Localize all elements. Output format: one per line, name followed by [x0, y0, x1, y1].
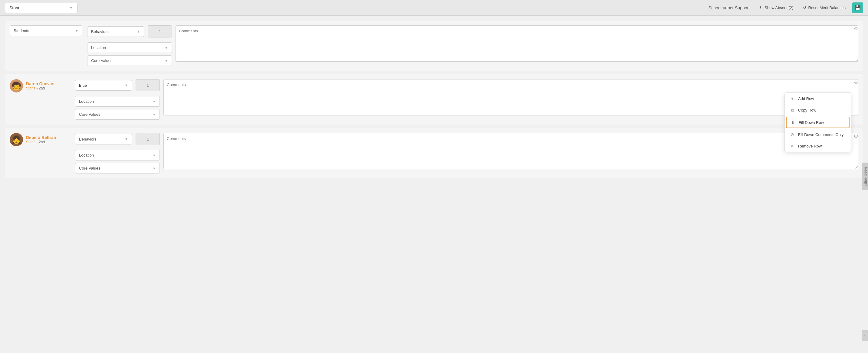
reset-icon: ↺	[803, 5, 806, 10]
stone-label: Stone	[9, 5, 21, 10]
core-values-placeholder-1: Core Values	[91, 58, 113, 63]
collapse-sidebar-button[interactable]: ‹	[862, 330, 868, 341]
student-class-label-2: Stone	[26, 86, 35, 91]
section1-form-area: Behaviors ▼ 1 Location ▼ Core Values ▼	[87, 25, 858, 66]
fill-down-comments-icon: ⊙	[789, 132, 795, 137]
student-details-2: Daren Cuevas Stone - 2nd	[26, 81, 54, 91]
student-details-3: Debera Beltran Stone - 2nd	[26, 135, 56, 144]
support-label: Schoolrunner Support	[709, 5, 750, 10]
fill-down-row-icon: ⬇	[790, 120, 796, 125]
fill-down-comments-label: Fill Down Comments Only	[798, 132, 843, 137]
student-name-2[interactable]: Daren Cuevas	[26, 81, 54, 86]
section1-header: Students ▼ Behaviors ▼ 1	[10, 25, 858, 66]
core-values-placeholder-3: Core Values	[79, 166, 100, 171]
context-menu-remove-row[interactable]: ✕ Remove Row	[785, 140, 851, 152]
students-placeholder: Students	[13, 28, 29, 33]
location-dropdown-2[interactable]: Location ▼	[75, 96, 160, 107]
need-help-tab[interactable]: Need Help?	[861, 163, 868, 190]
student-class-3: Stone - 2nd	[26, 140, 56, 144]
section2-top-row: Blue ▼ 1	[75, 79, 160, 91]
students-dropdown-1[interactable]: Students ▼	[10, 25, 82, 36]
location-placeholder-1: Location	[91, 45, 106, 50]
section2-dropdowns: Blue ▼ 1 Location ▼ Core Values ▼	[75, 79, 160, 120]
context-menu-copy-row[interactable]: ⧉ Copy Row	[785, 104, 851, 116]
eye-icon: 👁	[759, 5, 763, 10]
section3-dropdowns: Behaviors ▼ 1 Location ▼ Core Values ▼	[75, 133, 160, 174]
number-value-1: 1	[159, 29, 161, 34]
main-content: ⚙ Students ▼ Behaviors ▼ 1	[0, 16, 868, 187]
student-grade-separator-3: -	[37, 140, 39, 144]
avatar-daren: 🧒	[10, 79, 23, 93]
number-field-2[interactable]: 1	[135, 79, 160, 91]
students-chevron-icon: ▼	[75, 29, 79, 33]
stone-dropdown[interactable]: Stone ▼	[5, 3, 78, 13]
gear-button-1[interactable]: ⚙	[852, 24, 860, 33]
location-placeholder-2: Location	[79, 99, 94, 104]
student-section-2: ⚙ 🧒 Daren Cuevas Stone - 2nd B	[5, 74, 863, 125]
context-menu-fill-down-comments[interactable]: ⊙ Fill Down Comments Only	[785, 129, 851, 140]
section3-top-row: Behaviors ▼ 1	[75, 133, 160, 145]
core-values-chevron-icon-2: ▼	[153, 113, 156, 116]
avatar-debera: 👧	[10, 133, 23, 146]
student-class-label-3: Stone	[26, 140, 35, 144]
student-info-3: 👧 Debera Beltran Stone - 2nd	[10, 133, 70, 146]
student-grade-separator-2: -	[37, 86, 39, 91]
comments-textarea-2[interactable]	[163, 79, 858, 115]
core-values-chevron-icon-3: ▼	[153, 167, 156, 170]
comments-textarea-3[interactable]	[163, 133, 858, 169]
add-row-icon: +	[789, 96, 795, 101]
no-student-area: Students ▼	[10, 25, 82, 36]
behaviors-placeholder-3: Behaviors	[79, 137, 97, 141]
reset-merit-button[interactable]: ↺ Reset Merit Balances	[800, 4, 849, 12]
gear-button-3[interactable]: ⚙	[852, 132, 860, 141]
collapse-icon: ‹	[864, 333, 866, 338]
top-bar-right: Schoolrunner Support 👁 Show Absent (2) ↺…	[709, 2, 863, 13]
location-placeholder-3: Location	[79, 153, 94, 157]
show-absent-button[interactable]: 👁 Show Absent (2)	[756, 4, 796, 12]
section2-header: 🧒 Daren Cuevas Stone - 2nd Blue ▼	[10, 79, 858, 120]
context-menu-add-row[interactable]: + Add Row	[785, 93, 851, 104]
need-help-label: Need Help?	[864, 167, 868, 186]
number-value-3: 1	[147, 137, 149, 141]
top-bar: Stone ▼ Schoolrunner Support 👁 Show Abse…	[0, 0, 868, 16]
save-icon: 💾	[855, 5, 861, 10]
stone-chevron-icon: ▼	[69, 6, 73, 10]
save-button[interactable]: 💾	[852, 2, 863, 13]
location-chevron-icon-1: ▼	[165, 46, 168, 49]
core-values-placeholder-2: Core Values	[79, 112, 100, 117]
gear-button-2[interactable]: ⚙	[852, 78, 860, 87]
location-chevron-icon-2: ▼	[153, 100, 156, 103]
location-chevron-icon-3: ▼	[153, 153, 156, 157]
behavior-dropdown-2[interactable]: Blue ▼	[75, 80, 132, 91]
context-menu-fill-down-row[interactable]: ⬇ Fill Down Row	[786, 117, 849, 128]
location-dropdown-1[interactable]: Location ▼	[87, 42, 172, 53]
core-values-dropdown-1[interactable]: Core Values ▼	[87, 55, 172, 66]
behaviors-placeholder-1: Behaviors	[91, 29, 108, 34]
remove-row-label: Remove Row	[798, 144, 822, 148]
location-dropdown-3[interactable]: Location ▼	[75, 150, 160, 161]
section3-header: 👧 Debera Beltran Stone - 2nd Behaviors	[10, 133, 858, 174]
behaviors-chevron-icon-1: ▼	[137, 30, 140, 33]
section1-top-row: Behaviors ▼ 1	[87, 25, 172, 37]
student-grade-3: 2nd	[39, 140, 45, 144]
behaviors-dropdown-1[interactable]: Behaviors ▼	[87, 26, 144, 37]
show-absent-label: Show Absent (2)	[765, 5, 793, 10]
number-field-1[interactable]: 1	[148, 25, 172, 37]
behavior-chevron-icon-2: ▼	[125, 83, 128, 87]
copy-row-label: Copy Row	[798, 108, 816, 112]
context-menu: + Add Row ⧉ Copy Row ⬇ Fill Down Row ⊙ F…	[784, 93, 851, 152]
core-values-dropdown-3[interactable]: Core Values ▼	[75, 163, 160, 174]
comments-textarea-1[interactable]	[176, 25, 858, 62]
section2-form-area: Blue ▼ 1 Location ▼ Core Values ▼	[75, 79, 858, 120]
student-class-2: Stone - 2nd	[26, 86, 54, 91]
section3-form-area: Behaviors ▼ 1 Location ▼ Core Values ▼	[75, 133, 858, 174]
behaviors-chevron-icon-3: ▼	[125, 137, 128, 141]
add-row-label: Add Row	[798, 96, 814, 101]
core-values-dropdown-2[interactable]: Core Values ▼	[75, 109, 160, 120]
number-field-3[interactable]: 1	[135, 133, 160, 145]
student-name-3[interactable]: Debera Beltran	[26, 135, 56, 140]
behaviors-dropdown-3[interactable]: Behaviors ▼	[75, 134, 132, 144]
fill-down-row-label: Fill Down Row	[799, 120, 824, 125]
student-section-3: ⚙ 👧 Debera Beltran Stone - 2nd	[5, 128, 863, 178]
student-info-2: 🧒 Daren Cuevas Stone - 2nd	[10, 79, 70, 93]
